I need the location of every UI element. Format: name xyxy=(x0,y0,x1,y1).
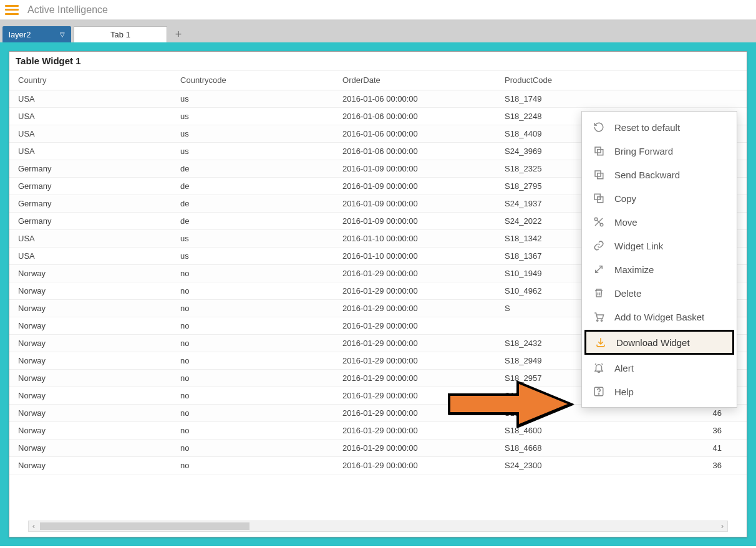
cell-product: S24_2300 xyxy=(496,457,658,474)
cell-qty: 41 xyxy=(658,440,747,457)
cell-date: 2016-01-06 00:00:00 xyxy=(334,125,496,143)
cell-code: us xyxy=(172,143,334,160)
menu-item-label: Download Widget xyxy=(616,337,690,348)
menu-item-move[interactable]: Move xyxy=(582,210,737,234)
page-tab[interactable]: Tab 1 xyxy=(74,26,167,42)
menu-item-backward[interactable]: Send Backward xyxy=(582,163,737,186)
cell-country: USA xyxy=(9,230,172,248)
cell-code: no xyxy=(172,265,334,282)
cell-code: no xyxy=(172,405,334,422)
cell-country: Germany xyxy=(9,213,172,230)
widget-context-menu: Reset to defaultBring ForwardSend Backwa… xyxy=(581,111,737,408)
basket-icon xyxy=(592,311,606,322)
horizontal-scrollbar[interactable]: ‹ › xyxy=(28,521,728,532)
cell-qty: 36 xyxy=(658,422,747,440)
cell-country: USA xyxy=(9,125,172,143)
cell-country: Norway xyxy=(9,300,172,317)
cell-date: 2016-01-29 00:00:00 xyxy=(334,317,496,335)
svg-line-9 xyxy=(595,218,603,226)
cell-code: de xyxy=(172,178,334,195)
cell-code: no xyxy=(172,457,334,474)
menu-item-forward[interactable]: Bring Forward xyxy=(582,139,737,163)
cell-country: Norway xyxy=(9,335,172,352)
cell-qty: 36 xyxy=(658,457,747,474)
cell-code: us xyxy=(172,248,334,265)
svg-line-16 xyxy=(602,363,603,365)
cell-country: Norway xyxy=(9,317,172,335)
col-countrycode[interactable]: Countrycode xyxy=(172,70,334,90)
cell-product: S18_4668 xyxy=(496,440,658,457)
cell-country: Germany xyxy=(9,178,172,195)
menu-item-link[interactable]: Widget Link xyxy=(582,234,737,257)
cell-country: Norway xyxy=(9,282,172,300)
cell-date: 2016-01-29 00:00:00 xyxy=(334,282,496,300)
table-row[interactable]: USAus2016-01-06 00:00:00S18_1749 xyxy=(9,90,747,108)
copy-icon xyxy=(592,193,606,204)
menu-item-reset[interactable]: Reset to default xyxy=(582,115,737,139)
col-quantity[interactable] xyxy=(658,70,747,90)
menu-item-basket[interactable]: Add to Widget Basket xyxy=(582,305,737,329)
move-icon xyxy=(592,216,606,228)
cell-code: no xyxy=(172,352,334,370)
table-row[interactable]: Norwayno2016-01-29 00:00:00S24_230036 xyxy=(9,457,747,474)
scroll-left-icon[interactable]: ‹ xyxy=(29,522,39,531)
menu-item-copy[interactable]: Copy xyxy=(582,186,737,210)
table-header-row: Country Countrycode OrderDate ProductCod… xyxy=(9,70,747,90)
cell-code: de xyxy=(172,213,334,230)
layer-tab-label: layer2 xyxy=(9,30,31,39)
cell-country: USA xyxy=(9,108,172,125)
cell-date: 2016-01-06 00:00:00 xyxy=(334,143,496,160)
cell-country: Norway xyxy=(9,387,172,405)
menu-item-download[interactable]: Download Widget xyxy=(584,330,734,355)
backward-icon xyxy=(592,169,606,180)
widget-title: Table Widget 1 xyxy=(9,52,747,70)
link-icon xyxy=(592,240,606,251)
tab-bar: layer2 ▽ Tab 1 + xyxy=(0,20,756,42)
col-productcode[interactable]: ProductCode xyxy=(496,70,658,90)
menu-toggle-icon[interactable] xyxy=(5,5,19,15)
col-orderdate[interactable]: OrderDate xyxy=(334,70,496,90)
page-tab-label: Tab 1 xyxy=(110,30,130,39)
table-row[interactable]: Norwayno2016-01-29 00:00:00S18_460036 xyxy=(9,422,747,440)
scroll-thumb[interactable] xyxy=(40,522,250,530)
table-row[interactable]: Norwayno2016-01-29 00:00:00S18_466841 xyxy=(9,440,747,457)
menu-item-label: Reset to default xyxy=(614,122,680,133)
add-tab-button[interactable]: + xyxy=(170,26,187,42)
col-country[interactable]: Country xyxy=(9,70,172,90)
menu-item-label: Widget Link xyxy=(614,241,663,251)
cell-country: Norway xyxy=(9,405,172,422)
cell-country: Norway xyxy=(9,440,172,457)
cell-date: 2016-01-29 00:00:00 xyxy=(334,335,496,352)
cell-date: 2016-01-29 00:00:00 xyxy=(334,370,496,387)
cell-date: 2016-01-09 00:00:00 xyxy=(334,178,496,195)
cell-country: USA xyxy=(9,248,172,265)
download-icon xyxy=(594,337,608,348)
cell-date: 2016-01-29 00:00:00 xyxy=(334,352,496,370)
menu-item-maximize[interactable]: Maximize xyxy=(582,257,737,281)
svg-point-14 xyxy=(601,320,602,321)
cell-code: no xyxy=(172,335,334,352)
top-header: Active Intelligence xyxy=(0,0,756,20)
cell-date: 2016-01-10 00:00:00 xyxy=(334,230,496,248)
menu-item-alert[interactable]: Alert xyxy=(582,356,737,380)
layer-tab[interactable]: layer2 ▽ xyxy=(2,26,71,42)
svg-line-10 xyxy=(596,266,603,273)
cell-code: us xyxy=(172,125,334,143)
cell-country: Norway xyxy=(9,457,172,474)
canvas: Table Widget 1 Country Countrycode Order… xyxy=(0,42,756,546)
cell-country: Germany xyxy=(9,195,172,213)
cell-code: de xyxy=(172,160,334,178)
menu-item-help[interactable]: Help xyxy=(582,380,737,403)
maximize-icon xyxy=(592,264,606,275)
delete-icon xyxy=(592,287,606,299)
cell-country: USA xyxy=(9,90,172,108)
scroll-right-icon[interactable]: › xyxy=(717,522,727,531)
cell-country: Norway xyxy=(9,422,172,440)
cell-date: 2016-01-09 00:00:00 xyxy=(334,160,496,178)
menu-item-label: Help xyxy=(614,387,634,397)
cell-code: us xyxy=(172,90,334,108)
menu-item-label: Bring Forward xyxy=(614,146,673,156)
cell-code: no xyxy=(172,370,334,387)
forward-icon xyxy=(592,145,606,156)
menu-item-delete[interactable]: Delete xyxy=(582,281,737,305)
